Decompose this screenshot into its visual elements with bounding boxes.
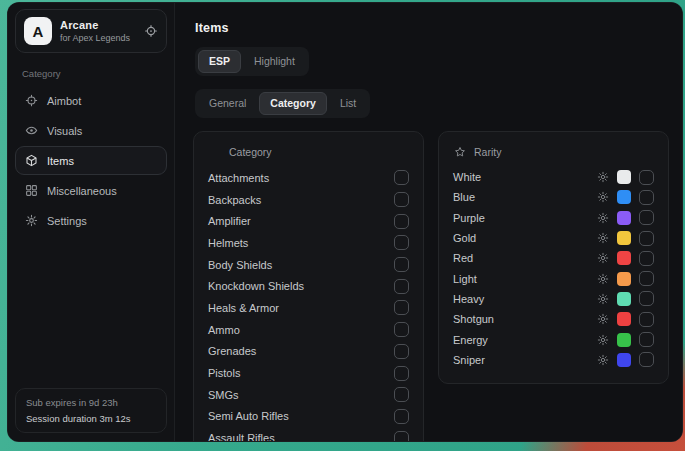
color-swatch-gold[interactable] bbox=[617, 231, 631, 245]
rarity-row-controls bbox=[597, 332, 654, 347]
checkbox-smgs[interactable] bbox=[394, 387, 409, 402]
eye-icon bbox=[25, 124, 38, 137]
gear-icon[interactable] bbox=[597, 232, 609, 244]
panels-row: Category AttachmentsBackpacksAmplifierHe… bbox=[193, 131, 669, 441]
rarity-row-label: Gold bbox=[453, 232, 597, 244]
checkbox-light[interactable] bbox=[639, 271, 654, 286]
checkbox-shotgun[interactable] bbox=[639, 312, 654, 327]
checkbox-attachments[interactable] bbox=[394, 170, 409, 185]
tab-general[interactable]: General bbox=[198, 92, 257, 115]
category-row-label: Grenades bbox=[208, 345, 394, 357]
checkbox-pistols[interactable] bbox=[394, 366, 409, 381]
checkbox-gold[interactable] bbox=[639, 231, 654, 246]
gear-icon[interactable] bbox=[597, 354, 609, 366]
category-row-grenades: Grenades bbox=[208, 341, 409, 363]
category-row-label: Backpacks bbox=[208, 194, 394, 206]
color-swatch-blue[interactable] bbox=[617, 190, 631, 204]
rarity-panel-title: Rarity bbox=[474, 146, 501, 158]
rarity-row-white: White bbox=[453, 167, 654, 187]
sidebar-item-miscellaneous[interactable]: Miscellaneous bbox=[15, 176, 167, 205]
gear-icon[interactable] bbox=[597, 171, 609, 183]
gear-icon[interactable] bbox=[597, 334, 609, 346]
rarity-row-label: Red bbox=[453, 252, 597, 264]
rarity-row-blue: Blue bbox=[453, 187, 654, 207]
category-row-body-shields: Body Shields bbox=[208, 254, 409, 276]
esp-highlight-tabs: ESPHighlight bbox=[195, 47, 309, 76]
rarity-row-label: Blue bbox=[453, 191, 597, 203]
sub-expiry-text: Sub expires in 9d 23h bbox=[26, 397, 156, 408]
checkbox-heavy[interactable] bbox=[639, 291, 654, 306]
category-row-label: Pistols bbox=[208, 367, 394, 379]
tab-list[interactable]: List bbox=[329, 92, 367, 115]
rarity-row-controls bbox=[597, 291, 654, 306]
checkbox-heals-armor[interactable] bbox=[394, 300, 409, 315]
category-row-knockdown-shields: Knockdown Shields bbox=[208, 275, 409, 297]
sidebar-item-visuals[interactable]: Visuals bbox=[15, 116, 167, 145]
target-icon[interactable] bbox=[144, 24, 158, 38]
main-content: Items ESPHighlight GeneralCategoryList C… bbox=[175, 3, 682, 441]
checkbox-energy[interactable] bbox=[639, 332, 654, 347]
sidebar-item-label: Visuals bbox=[47, 125, 82, 137]
checkbox-ammo[interactable] bbox=[394, 322, 409, 337]
star-icon bbox=[454, 146, 466, 158]
checkbox-knockdown-shields[interactable] bbox=[394, 279, 409, 294]
tab-category[interactable]: Category bbox=[259, 92, 327, 115]
category-row-helmets: Helmets bbox=[208, 232, 409, 254]
color-swatch-heavy[interactable] bbox=[617, 292, 631, 306]
rarity-row-label: White bbox=[453, 171, 597, 183]
color-swatch-energy[interactable] bbox=[617, 333, 631, 347]
category-row-attachments: Attachments bbox=[208, 167, 409, 189]
checkbox-grenades[interactable] bbox=[394, 344, 409, 359]
gear-icon[interactable] bbox=[597, 252, 609, 264]
checkbox-amplifier[interactable] bbox=[394, 214, 409, 229]
brand-card: A Arcane for Apex Legends bbox=[15, 9, 167, 53]
sidebar-item-items[interactable]: Items bbox=[15, 146, 167, 175]
rarity-row-controls bbox=[597, 271, 654, 286]
checkbox-helmets[interactable] bbox=[394, 235, 409, 250]
cube-icon bbox=[25, 154, 38, 167]
gear-icon[interactable] bbox=[597, 273, 609, 285]
gear-icon[interactable] bbox=[597, 191, 609, 203]
rarity-row-heavy: Heavy bbox=[453, 289, 654, 309]
color-swatch-purple[interactable] bbox=[617, 211, 631, 225]
checkbox-purple[interactable] bbox=[639, 210, 654, 225]
sidebar-item-aimbot[interactable]: Aimbot bbox=[15, 86, 167, 115]
category-grid-icon bbox=[209, 146, 221, 158]
session-duration-text: Session duration 3m 12s bbox=[26, 413, 156, 424]
gear-icon[interactable] bbox=[597, 293, 609, 305]
checkbox-sniper[interactable] bbox=[639, 352, 654, 367]
rarity-row-controls bbox=[597, 210, 654, 225]
color-swatch-shotgun[interactable] bbox=[617, 312, 631, 326]
sidebar-item-settings[interactable]: Settings bbox=[15, 206, 167, 235]
category-row-smgs: SMGs bbox=[208, 384, 409, 406]
checkbox-red[interactable] bbox=[639, 251, 654, 266]
tab-esp[interactable]: ESP bbox=[198, 50, 241, 73]
color-swatch-sniper[interactable] bbox=[617, 353, 631, 367]
category-row-label: Assault Rifles bbox=[208, 432, 394, 441]
sidebar-item-label: Aimbot bbox=[47, 95, 81, 107]
checkbox-body-shields[interactable] bbox=[394, 257, 409, 272]
tab-highlight[interactable]: Highlight bbox=[243, 50, 306, 73]
brand-text: Arcane for Apex Legends bbox=[60, 19, 136, 43]
rarity-panel-header: Rarity bbox=[454, 146, 654, 158]
sidebar: A Arcane for Apex Legends Category Aimbo… bbox=[8, 3, 175, 441]
gear-icon[interactable] bbox=[597, 313, 609, 325]
checkbox-blue[interactable] bbox=[639, 190, 654, 205]
checkbox-white[interactable] bbox=[639, 170, 654, 185]
category-row-label: Heals & Armor bbox=[208, 302, 394, 314]
rarity-row-label: Light bbox=[453, 273, 597, 285]
checkbox-assault-rifles[interactable] bbox=[394, 431, 409, 441]
checkbox-backpacks[interactable] bbox=[394, 192, 409, 207]
color-swatch-light[interactable] bbox=[617, 272, 631, 286]
category-row-label: Amplifier bbox=[208, 215, 394, 227]
color-swatch-white[interactable] bbox=[617, 170, 631, 184]
crosshair-icon bbox=[25, 94, 38, 107]
sidebar-item-label: Settings bbox=[47, 215, 87, 227]
category-row-label: Helmets bbox=[208, 237, 394, 249]
category-row-semi-auto-rifles: Semi Auto Rifles bbox=[208, 406, 409, 428]
rarity-row-controls bbox=[597, 352, 654, 367]
checkbox-semi-auto-rifles[interactable] bbox=[394, 409, 409, 424]
gear-icon[interactable] bbox=[597, 212, 609, 224]
desktop-backdrop: { "theme": { "backdrop_teal": "#35a98c",… bbox=[0, 0, 685, 451]
color-swatch-red[interactable] bbox=[617, 251, 631, 265]
